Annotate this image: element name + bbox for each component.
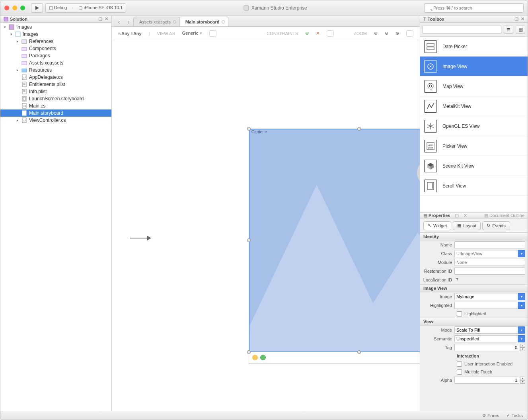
window-title: Xamarin Studio Enterprise bbox=[126, 5, 424, 11]
scene-dock[interactable] bbox=[249, 352, 420, 363]
user-interaction-checkbox[interactable] bbox=[457, 361, 462, 367]
highlighted-checkbox[interactable] bbox=[457, 311, 462, 316]
toolbox-item[interactable]: Scroll View bbox=[420, 176, 528, 196]
view-alpha-input[interactable] bbox=[454, 377, 519, 384]
tab-layout[interactable]: ▦Layout bbox=[453, 221, 481, 230]
errors-button[interactable]: ⊘Errors bbox=[482, 413, 499, 418]
highlighted-input[interactable] bbox=[454, 302, 518, 309]
toolbox-search-input[interactable] bbox=[423, 25, 501, 34]
tab-close-icon[interactable] bbox=[222, 20, 225, 23]
combo-chevron-icon[interactable]: ▾ bbox=[518, 326, 525, 334]
svg-text:ipsum: ipsum bbox=[428, 147, 433, 149]
tree-item-label: Resources bbox=[29, 67, 52, 73]
combo-chevron-icon[interactable]: ▾ bbox=[518, 335, 525, 342]
tree-item[interactable]: ▸References bbox=[0, 38, 111, 45]
run-button[interactable] bbox=[31, 3, 43, 13]
nav-back-icon[interactable]: ‹ bbox=[114, 18, 124, 26]
nav-forward-icon[interactable]: › bbox=[124, 18, 133, 26]
run-config-selector[interactable]: ▢ Debug › ▢ iPhone SE iOS 10.1 bbox=[45, 3, 126, 13]
storyboard-canvas[interactable]: Carrier ᯤ bbox=[112, 40, 420, 411]
minimize-window-icon[interactable] bbox=[12, 6, 17, 10]
toolbox-list[interactable]: Date PickerImage ViewMap ViewMetalKit Vi… bbox=[420, 37, 528, 212]
combo-chevron-icon[interactable]: ▾ bbox=[518, 250, 525, 257]
zoom-in-icon[interactable]: ⊕ bbox=[396, 31, 399, 36]
tree-item[interactable]: ▾Images bbox=[0, 23, 111, 31]
panel-popout-icon[interactable]: ▢ bbox=[98, 16, 102, 21]
panel-close-icon[interactable]: ✕ bbox=[464, 213, 467, 218]
solution-tree[interactable]: ▾Images▾Images▸ReferencesComponentsPacka… bbox=[0, 23, 111, 411]
disclosure-icon[interactable]: ▸ bbox=[16, 68, 19, 72]
tree-item[interactable]: ▸c#ViewController.cs bbox=[0, 117, 111, 124]
viewcontroller-icon[interactable] bbox=[252, 355, 258, 360]
panel-close-icon[interactable]: ✕ bbox=[105, 16, 108, 21]
toolbox-item[interactable]: MetalKit View bbox=[420, 96, 528, 116]
toolbox-item[interactable]: LoremipsumPicker View bbox=[420, 136, 528, 156]
panel-popout-icon[interactable]: ▢ bbox=[455, 213, 459, 218]
identity-name-input[interactable] bbox=[454, 241, 525, 248]
identity-module-input[interactable] bbox=[454, 259, 525, 266]
panel-popout-icon[interactable]: ▢ bbox=[514, 16, 518, 21]
disclosure-icon[interactable]: ▸ bbox=[16, 39, 19, 43]
device-frame[interactable]: Carrier ᯤ bbox=[249, 129, 420, 363]
project-icon bbox=[15, 31, 21, 37]
document-outline-tab[interactable]: Document Outline bbox=[489, 213, 524, 218]
toolbox-list-view-icon[interactable]: ≣ bbox=[504, 25, 513, 34]
size-class[interactable]: wAny hAny bbox=[118, 31, 142, 36]
view-mode-input[interactable] bbox=[454, 326, 518, 334]
tasks-button[interactable]: ✓Tasks bbox=[507, 413, 523, 418]
tree-item[interactable]: ▾Images bbox=[0, 31, 111, 38]
zoom-actual-icon[interactable] bbox=[406, 30, 413, 37]
panel-close-icon[interactable]: ✕ bbox=[521, 16, 524, 21]
view-tag-input[interactable] bbox=[454, 344, 519, 351]
properties-body[interactable]: Identity Name Class▾ Module Restoration … bbox=[420, 232, 528, 411]
tree-item[interactable]: Components bbox=[0, 45, 111, 52]
toolbox-item[interactable]: Image View bbox=[420, 57, 528, 76]
clear-constraints-icon[interactable]: ✕ bbox=[316, 31, 320, 36]
tree-item[interactable]: LaunchScreen.storyboard bbox=[0, 95, 111, 102]
tree-item[interactable]: Info.plist bbox=[0, 88, 111, 95]
disclosure-icon[interactable]: ▸ bbox=[16, 118, 19, 122]
tab-widget[interactable]: ↖Widget bbox=[423, 221, 451, 230]
toolbox-item[interactable]: Scene Kit View bbox=[420, 156, 528, 176]
view-semantic-input[interactable] bbox=[454, 335, 518, 342]
tree-item[interactable]: Assets.xcassets bbox=[0, 59, 111, 66]
tree-item[interactable]: c#AppDelegate.cs bbox=[0, 74, 111, 81]
identity-restoration-input[interactable] bbox=[454, 268, 525, 275]
disclosure-icon[interactable]: ▾ bbox=[9, 32, 13, 36]
alpha-stepper[interactable]: ▲▼ bbox=[520, 377, 525, 384]
cs-icon: c# bbox=[21, 74, 27, 80]
editor-tab[interactable]: Main.storyboard bbox=[179, 17, 229, 26]
search-input[interactable] bbox=[424, 3, 524, 13]
zoom-fit-icon[interactable]: ⊚ bbox=[374, 31, 378, 36]
tree-item[interactable]: Packages bbox=[0, 52, 111, 59]
zoom-out-icon[interactable]: ⊖ bbox=[385, 31, 388, 36]
toolbox-item[interactable]: Map View bbox=[420, 76, 528, 96]
tree-item[interactable]: Main.storyboard bbox=[0, 109, 111, 117]
first-responder-icon[interactable] bbox=[260, 355, 266, 360]
zoom-window-icon[interactable] bbox=[20, 6, 25, 10]
global-search[interactable] bbox=[424, 3, 524, 13]
tree-item[interactable]: ▸Resources bbox=[0, 66, 111, 74]
toolbox-grid-view-icon[interactable]: ▦ bbox=[516, 25, 525, 34]
orientation-toggle[interactable] bbox=[209, 30, 216, 37]
toolbox-item-label: Picker View bbox=[442, 143, 467, 149]
combo-chevron-icon[interactable]: ▾ bbox=[518, 293, 525, 300]
image-input[interactable] bbox=[454, 293, 518, 300]
editor-tab[interactable]: Assets.xcassets bbox=[133, 17, 180, 26]
close-window-icon[interactable] bbox=[4, 6, 9, 10]
viewas-selector[interactable]: Generic ▾ bbox=[182, 31, 202, 36]
tag-stepper[interactable]: ▲▼ bbox=[520, 344, 525, 351]
disclosure-icon[interactable]: ▾ bbox=[3, 25, 7, 29]
solution-icon bbox=[8, 24, 15, 30]
combo-chevron-icon[interactable]: ▾ bbox=[518, 302, 525, 309]
identity-class-input[interactable] bbox=[454, 250, 518, 257]
tree-item[interactable]: c#Main.cs bbox=[0, 102, 111, 109]
toolbox-item[interactable]: OpenGL ES View bbox=[420, 116, 528, 136]
tree-item[interactable]: Entitlements.plist bbox=[0, 81, 111, 88]
update-frames-icon[interactable] bbox=[327, 30, 334, 37]
tab-close-icon[interactable] bbox=[173, 20, 176, 23]
multiple-touch-checkbox[interactable] bbox=[457, 369, 462, 375]
add-constraints-icon[interactable]: ⊕ bbox=[305, 31, 309, 36]
tab-events[interactable]: ↻Events bbox=[482, 221, 510, 230]
toolbox-item[interactable]: Date Picker bbox=[420, 37, 528, 57]
